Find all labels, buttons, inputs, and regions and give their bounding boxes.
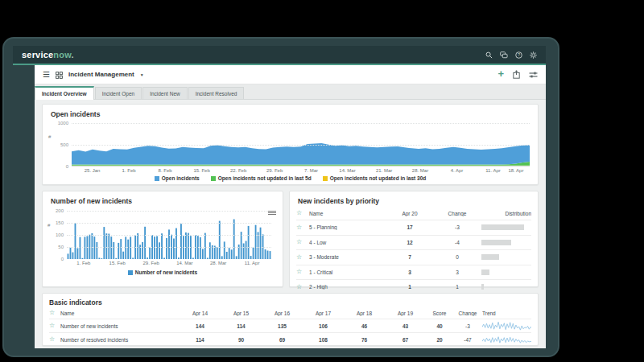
tab-incident-open[interactable]: Incident Open bbox=[95, 87, 142, 99]
daily-score-cell: 135 bbox=[262, 323, 303, 329]
dashboard-body[interactable]: Open incidents # 10005000 25. Jan1. Feb8… bbox=[35, 100, 546, 348]
score-link[interactable]: 17 bbox=[407, 224, 412, 230]
servicenow-logo: servicenow. bbox=[22, 51, 74, 60]
logo-now: now bbox=[53, 50, 71, 60]
svg-text:?: ? bbox=[518, 52, 520, 57]
trend-cell bbox=[482, 335, 531, 345]
help-icon[interactable]: ? bbox=[515, 51, 522, 59]
table-row: ☆2 - High11 bbox=[296, 279, 531, 294]
bar bbox=[168, 229, 170, 259]
connect-chat-icon[interactable] bbox=[500, 51, 508, 59]
x-tick-label: 29. Feb bbox=[142, 261, 159, 265]
star-icon[interactable]: ☆ bbox=[296, 239, 309, 245]
indicator-name-cell: Number of resolved incidents bbox=[60, 337, 180, 343]
change-cell: 3 bbox=[433, 269, 481, 275]
score-link[interactable]: 90 bbox=[238, 337, 244, 343]
score-link[interactable]: 20 bbox=[436, 337, 442, 343]
score-link[interactable]: 40 bbox=[436, 323, 442, 329]
bar bbox=[122, 252, 124, 259]
score-link[interactable]: 7 bbox=[408, 254, 411, 260]
legend-item[interactable]: Open incidents not updated in last 30d bbox=[323, 175, 427, 181]
chevron-down-icon[interactable]: ▼ bbox=[140, 72, 144, 77]
logo-service: service bbox=[22, 50, 53, 60]
legend-item[interactable]: Open incidents bbox=[155, 175, 200, 181]
indicator-link[interactable]: Number of new incidents bbox=[60, 323, 118, 329]
filter-sliders-icon[interactable] bbox=[529, 68, 538, 82]
dashboard-tab-strip: Incident Overview Incident Open Incident… bbox=[35, 84, 546, 100]
score-link[interactable]: 114 bbox=[196, 337, 204, 343]
daily-score-cell: 90 bbox=[221, 337, 262, 343]
x-tick-label: 11. Apr bbox=[245, 261, 260, 265]
score-link[interactable]: 106 bbox=[319, 323, 328, 329]
score-link[interactable]: 46 bbox=[361, 323, 367, 329]
gear-icon[interactable] bbox=[530, 51, 537, 59]
indicator-link[interactable]: Number of resolved incidents bbox=[60, 337, 128, 343]
legend-item[interactable]: Number of new incidents bbox=[128, 269, 197, 275]
bar bbox=[110, 237, 112, 259]
legend-swatch bbox=[128, 270, 133, 275]
add-widget-button[interactable]: + bbox=[497, 68, 504, 79]
app-grid-icon[interactable] bbox=[56, 68, 63, 82]
table-row: ☆5 - Planning17-3 bbox=[296, 220, 531, 235]
priority-link[interactable]: 5 - Planning bbox=[309, 224, 337, 230]
trend-sparkline bbox=[482, 321, 531, 331]
priority-link[interactable]: 3 - Moderate bbox=[309, 254, 339, 260]
score-cell: 12 bbox=[386, 240, 433, 245]
legend-item[interactable]: Open incidents not updated in last 5d bbox=[211, 175, 312, 181]
score-link[interactable]: 76 bbox=[361, 337, 367, 343]
indicators-table: ☆NameApr 14Apr 15Apr 16Apr 17Apr 18Apr 1… bbox=[43, 307, 538, 346]
bar bbox=[96, 242, 97, 259]
column-header: Apr 14 bbox=[180, 311, 221, 316]
x-tick-label: 18. Apr bbox=[508, 168, 523, 173]
star-icon[interactable]: ☆ bbox=[296, 269, 309, 275]
priority-name-cell: 4 - Low bbox=[309, 240, 386, 245]
open-incidents-chart[interactable]: 10005000 bbox=[72, 123, 530, 167]
search-icon[interactable] bbox=[485, 51, 493, 59]
x-tick-label: 1. Feb bbox=[76, 261, 90, 265]
bar bbox=[233, 220, 235, 260]
score-link[interactable]: 114 bbox=[237, 323, 246, 329]
bar bbox=[125, 237, 126, 259]
star-icon[interactable]: ☆ bbox=[296, 254, 309, 261]
star-icon[interactable]: ☆ bbox=[296, 284, 309, 290]
star-icon[interactable]: ☆ bbox=[49, 323, 60, 329]
chart-context-menu-icon[interactable] bbox=[268, 211, 276, 215]
column-header: Apr 15 bbox=[221, 311, 262, 316]
tab-label: Incident New bbox=[150, 91, 180, 97]
score-link[interactable]: 144 bbox=[196, 323, 204, 329]
menu-icon[interactable]: ☰ bbox=[43, 71, 50, 79]
x-tick-label: 1. Feb bbox=[122, 168, 136, 173]
star-icon[interactable]: ☆ bbox=[296, 210, 309, 216]
score-link[interactable]: 67 bbox=[402, 337, 408, 343]
priority-name-cell: 1 - Critical bbox=[309, 269, 386, 275]
tab-incident-new[interactable]: Incident New bbox=[142, 87, 188, 99]
priority-link[interactable]: 2 - High bbox=[309, 284, 328, 290]
distribution-bar bbox=[481, 254, 499, 260]
gridline bbox=[72, 145, 530, 146]
score-link[interactable]: 135 bbox=[278, 323, 287, 329]
score-link[interactable]: 12 bbox=[407, 240, 412, 245]
score-link[interactable]: 69 bbox=[279, 337, 285, 343]
tab-incident-overview[interactable]: Incident Overview bbox=[35, 86, 94, 100]
collapsed-nav-sidebar[interactable] bbox=[13, 65, 35, 348]
bar bbox=[243, 244, 245, 260]
star-icon[interactable]: ☆ bbox=[49, 336, 60, 343]
bar bbox=[118, 243, 119, 259]
new-incidents-bar-chart[interactable]: 200150100500 bbox=[67, 211, 271, 259]
score-link[interactable]: 108 bbox=[319, 337, 328, 343]
priority-link[interactable]: 1 - Critical bbox=[309, 269, 332, 275]
star-icon[interactable]: ☆ bbox=[296, 224, 309, 231]
star-icon[interactable]: ☆ bbox=[49, 310, 60, 316]
share-icon[interactable] bbox=[513, 68, 520, 82]
bar bbox=[229, 248, 230, 259]
score-link[interactable]: 43 bbox=[402, 323, 408, 329]
table-header-row: ☆NameApr 14Apr 15Apr 16Apr 17Apr 18Apr 1… bbox=[49, 307, 531, 319]
score-link[interactable]: 3 bbox=[408, 269, 411, 275]
score-link[interactable]: 1 bbox=[408, 284, 411, 290]
bar bbox=[202, 249, 204, 259]
gridline bbox=[72, 123, 530, 124]
priority-link[interactable]: 4 - Low bbox=[309, 240, 326, 245]
tab-incident-resolved[interactable]: Incident Resolved bbox=[188, 87, 245, 99]
dashboard-title[interactable]: Incident Management bbox=[68, 71, 134, 78]
table-row: ☆Number of resolved incidents11490691087… bbox=[49, 332, 531, 346]
